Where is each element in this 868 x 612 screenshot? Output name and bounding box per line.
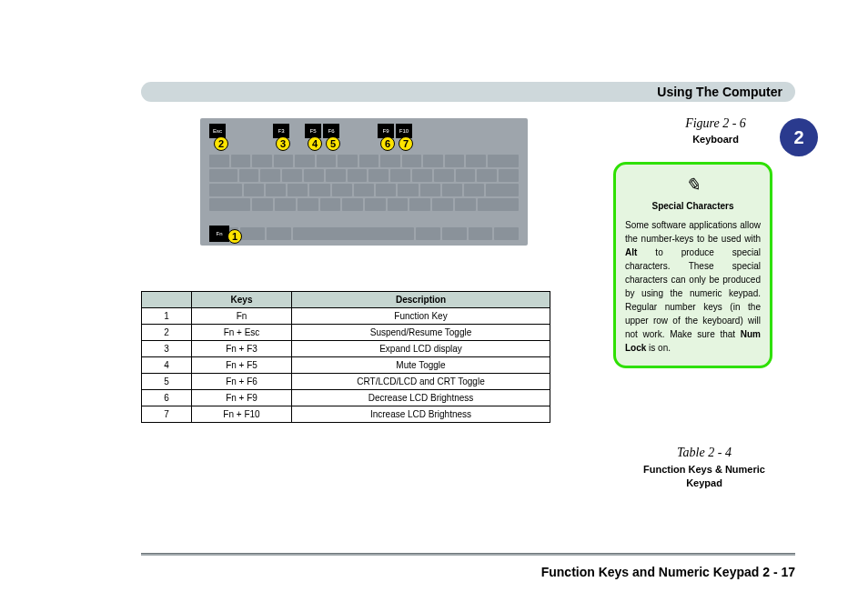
chapter-badge: 2 bbox=[780, 118, 818, 156]
section-header-bar: Using The Computer bbox=[141, 82, 795, 102]
table-row: 3Fn + F3Expand LCD display bbox=[142, 341, 550, 357]
keyboard-illustration: Esc F3 F5 F6 F9 F10 Fn 2 3 4 5 6 7 1 bbox=[200, 118, 528, 246]
table-caption: Table 2 - 4 Function Keys & Numeric Keyp… bbox=[641, 446, 768, 491]
table-row: 2Fn + EscSuspend/Resume Toggle bbox=[142, 325, 550, 341]
marker-1: 1 bbox=[227, 229, 242, 244]
footer-divider bbox=[141, 553, 795, 556]
content-area: Figure 2 - 6 Keyboard Esc F3 F5 F6 F9 F1… bbox=[141, 109, 768, 539]
table-row: 5Fn + F6CRT/LCD/LCD and CRT Toggle bbox=[142, 374, 550, 390]
marker-5: 5 bbox=[326, 136, 340, 151]
col-desc: Description bbox=[292, 292, 550, 308]
table-row: 6Fn + F9Decrease LCD Brightness bbox=[142, 390, 550, 406]
table-header-row: Keys Description bbox=[142, 292, 550, 308]
key-fn: Fn bbox=[209, 226, 229, 242]
table-row: 4Fn + F5Mute Toggle bbox=[142, 357, 550, 374]
callout-title: Special Characters bbox=[625, 201, 761, 211]
figure-name: Keyboard bbox=[663, 134, 768, 145]
marker-4: 4 bbox=[308, 136, 322, 151]
figure-caption: Figure 2 - 6 Keyboard bbox=[663, 116, 768, 145]
pencil-icon: ✎ bbox=[625, 174, 761, 196]
table-label: Table 2 - 4 bbox=[641, 446, 768, 460]
page-footer: Function Keys and Numeric Keypad 2 - 17 bbox=[541, 565, 795, 579]
marker-2: 2 bbox=[214, 136, 228, 151]
figure-label: Figure 2 - 6 bbox=[663, 116, 768, 131]
callout-body: Some software applications allow the num… bbox=[625, 218, 761, 355]
chapter-number: 2 bbox=[793, 127, 803, 148]
section-title: Using The Computer bbox=[657, 85, 782, 99]
col-num bbox=[142, 292, 192, 308]
callout-box: ✎ Special Characters Some software appli… bbox=[613, 162, 772, 368]
function-keys-table: Keys Description 1FnFunction Key 2Fn + E… bbox=[141, 291, 550, 423]
document-page: Using The Computer 2 Figure 2 - 6 Keyboa… bbox=[0, 0, 868, 612]
marker-6: 6 bbox=[380, 136, 395, 151]
col-keys: Keys bbox=[192, 292, 292, 308]
table-row: 7Fn + F10Increase LCD Brightness bbox=[142, 406, 550, 423]
table-name: Function Keys & Numeric Keypad bbox=[641, 463, 768, 491]
marker-3: 3 bbox=[276, 136, 290, 151]
table-row: 1FnFunction Key bbox=[142, 308, 550, 325]
marker-7: 7 bbox=[399, 136, 413, 151]
